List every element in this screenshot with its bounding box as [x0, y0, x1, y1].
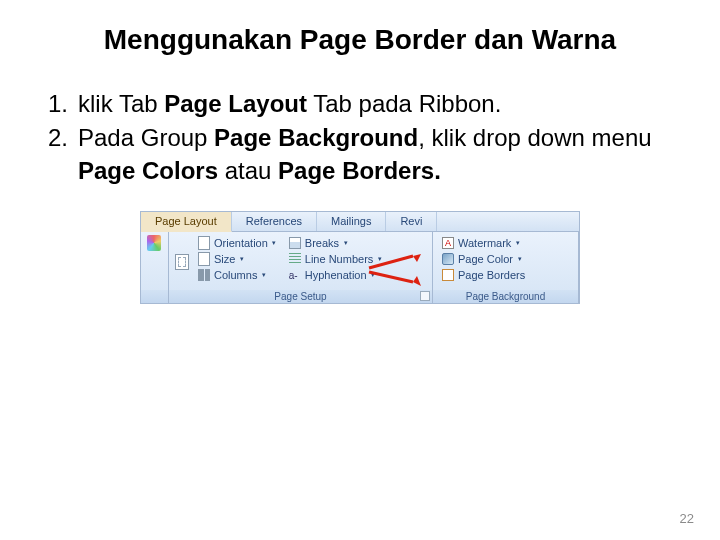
hyphenation-icon — [288, 268, 302, 282]
watermark-button[interactable]: Watermark▾ — [439, 236, 527, 250]
ribbon-screenshot: Page Layout References Mailings Revi Ori… — [140, 211, 580, 304]
page-borders-icon — [441, 268, 455, 282]
group-page-background: Watermark▾ Page Color▾ Page Borders Page… — [433, 232, 579, 303]
tab-mailings[interactable]: Mailings — [317, 212, 386, 231]
chevron-down-icon: ▾ — [238, 252, 245, 266]
chevron-down-icon: ▾ — [271, 236, 278, 250]
page-borders-button[interactable]: Page Borders — [439, 268, 527, 282]
step-1: 1. klik Tab Page Layout Tab pada Ribbon. — [40, 88, 680, 120]
orientation-icon — [197, 236, 211, 250]
chevron-down-icon: ▾ — [514, 236, 521, 250]
svg-marker-1 — [413, 276, 421, 286]
watermark-icon — [441, 236, 455, 250]
themes-icon — [147, 236, 161, 250]
step-number: 1. — [40, 88, 78, 120]
group-label-page-setup: Page Setup — [169, 290, 432, 303]
svg-marker-0 — [413, 254, 421, 262]
tab-page-layout[interactable]: Page Layout — [141, 212, 232, 232]
ribbon-tabs: Page Layout References Mailings Revi — [141, 212, 579, 232]
line-numbers-icon — [288, 252, 302, 266]
size-button[interactable]: Size▾ — [195, 252, 280, 266]
chevron-down-icon: ▾ — [342, 236, 349, 250]
page-color-icon — [441, 252, 455, 266]
size-icon — [197, 252, 211, 266]
breaks-icon — [288, 236, 302, 250]
tab-review[interactable]: Revi — [386, 212, 437, 231]
group-page-setup: Orientation▾ Size▾ Columns▾ Breaks▾ Line… — [169, 232, 433, 303]
page-number: 22 — [680, 511, 694, 526]
hyphenation-button[interactable]: Hyphenation▾ — [286, 268, 385, 282]
page-title: Menggunakan Page Border dan Warna — [0, 0, 720, 64]
page-color-button[interactable]: Page Color▾ — [439, 252, 527, 266]
chevron-down-icon: ▾ — [376, 252, 383, 266]
step-2: 2. Pada Group Page Background, klik drop… — [40, 122, 680, 187]
step-text: Pada Group Page Background, klik drop do… — [78, 122, 680, 187]
step-number: 2. — [40, 122, 78, 187]
tab-references[interactable]: References — [232, 212, 317, 231]
margins-icon[interactable] — [175, 255, 189, 269]
chevron-down-icon: ▾ — [370, 268, 377, 282]
chevron-down-icon: ▾ — [260, 268, 267, 282]
chevron-down-icon: ▾ — [516, 252, 523, 266]
columns-icon — [197, 268, 211, 282]
breaks-button[interactable]: Breaks▾ — [286, 236, 385, 250]
step-text: klik Tab Page Layout Tab pada Ribbon. — [78, 88, 680, 120]
dialog-launcher-icon[interactable] — [420, 291, 430, 301]
instruction-list: 1. klik Tab Page Layout Tab pada Ribbon.… — [0, 64, 720, 197]
group-themes-edge — [141, 232, 169, 303]
columns-button[interactable]: Columns▾ — [195, 268, 280, 282]
group-label-page-background: Page Background — [433, 290, 578, 303]
orientation-button[interactable]: Orientation▾ — [195, 236, 280, 250]
line-numbers-button[interactable]: Line Numbers▾ — [286, 252, 385, 266]
